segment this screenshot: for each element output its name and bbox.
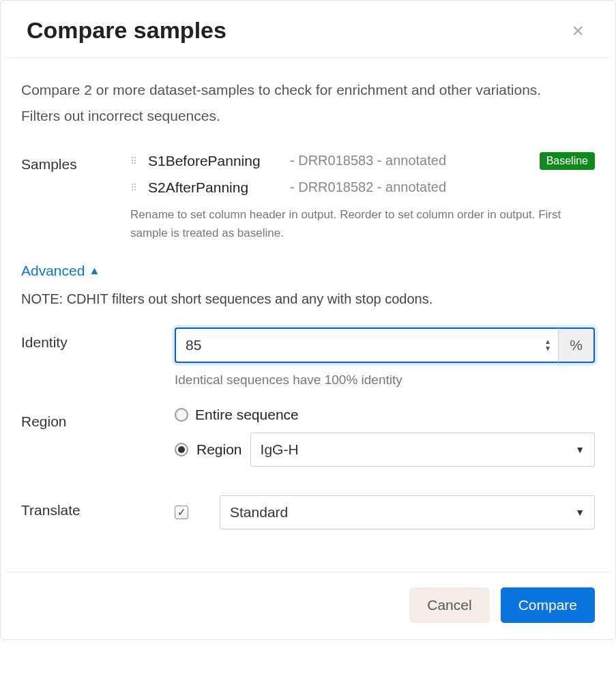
identity-input[interactable] [175, 327, 542, 363]
dialog-title: Compare samples [27, 17, 226, 44]
radio-checked-icon[interactable] [175, 443, 188, 456]
translate-control: ✓ Standard ▼ [175, 495, 595, 529]
intro-line-2: Filters out incorrect sequences. [21, 103, 595, 129]
dialog-header: Compare samples × [6, 1, 610, 58]
sample-name[interactable]: S2AfterPanning [148, 179, 278, 196]
dialog-body: Compare 2 or more dataset-samples to che… [1, 58, 615, 572]
region-row: Region Entire sequence Region IgG-H ▼ [21, 407, 595, 476]
translate-label: Translate [21, 495, 168, 519]
sample-suffix: - DRR018583 - annotated [290, 153, 527, 169]
samples-section: Samples ⠿ S1BeforePanning - DRR018583 - … [21, 152, 595, 242]
intro-line-1: Compare 2 or more dataset-samples to che… [21, 77, 595, 103]
region-option-region[interactable]: Region IgG-H ▼ [175, 433, 595, 467]
identity-row: Identity ▲ ▼ % Identical sequences have … [21, 327, 595, 388]
samples-hint: Rename to set column header in output. R… [130, 205, 595, 242]
identity-label: Identity [21, 327, 168, 351]
translate-select[interactable]: Standard ▼ [220, 495, 595, 529]
translate-row: Translate ✓ Standard ▼ [21, 495, 595, 529]
sample-row[interactable]: ⠿ S1BeforePanning - DRR018583 - annotate… [130, 152, 595, 170]
baseline-badge: Baseline [540, 152, 595, 170]
translate-select-value: Standard [230, 504, 288, 521]
advanced-note: NOTE: CDHIT filters out short sequences … [21, 291, 595, 307]
chevron-down-icon: ▼ [575, 507, 585, 518]
identity-unit: % [558, 327, 595, 363]
compare-button[interactable]: Compare [501, 587, 595, 623]
sample-row[interactable]: ⠿ S2AfterPanning - DRR018582 - annotated [130, 179, 595, 196]
region-entire-label: Entire sequence [195, 407, 299, 423]
region-label: Region [21, 407, 168, 430]
samples-list: ⠿ S1BeforePanning - DRR018583 - annotate… [130, 152, 595, 242]
sample-name[interactable]: S1BeforePanning [148, 153, 278, 169]
sample-suffix: - DRR018582 - annotated [290, 179, 595, 195]
chevron-down-icon: ▼ [575, 444, 585, 455]
region-select[interactable]: IgG-H ▼ [250, 433, 595, 467]
cancel-button[interactable]: Cancel [409, 587, 489, 623]
advanced-label: Advanced [21, 263, 85, 279]
drag-handle-icon[interactable]: ⠿ [130, 156, 136, 166]
intro-text: Compare 2 or more dataset-samples to che… [21, 77, 595, 129]
identity-input-group: ▲ ▼ % [175, 327, 595, 363]
radio-unchecked-icon[interactable] [175, 408, 188, 422]
region-select-value: IgG-H [261, 441, 299, 458]
identity-hint: Identical sequences have 100% identity [175, 373, 595, 388]
region-region-label: Region [196, 441, 242, 458]
compare-samples-dialog: Compare samples × Compare 2 or more data… [0, 0, 616, 640]
chevron-up-icon: ▲ [89, 265, 100, 277]
samples-label: Samples [21, 152, 123, 242]
region-control: Entire sequence Region IgG-H ▼ [175, 407, 595, 476]
region-option-entire[interactable]: Entire sequence [175, 407, 595, 423]
drag-handle-icon[interactable]: ⠿ [130, 182, 136, 193]
identity-spinner: ▲ ▼ [542, 327, 558, 363]
close-icon[interactable]: × [566, 18, 589, 44]
advanced-toggle[interactable]: Advanced ▲ [21, 263, 100, 279]
identity-control: ▲ ▼ % Identical sequences have 100% iden… [175, 327, 595, 388]
translate-checkbox[interactable]: ✓ [175, 506, 188, 519]
dialog-footer: Cancel Compare [6, 572, 610, 639]
spinner-down-icon[interactable]: ▼ [542, 345, 554, 352]
